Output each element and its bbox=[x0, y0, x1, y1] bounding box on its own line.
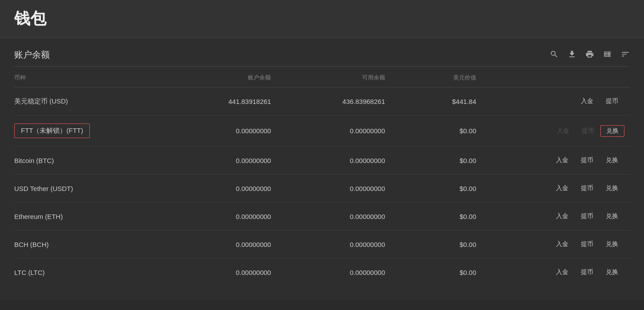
withdraw-button[interactable]: 提币 bbox=[576, 125, 600, 137]
deposit-button[interactable]: 入金 bbox=[575, 95, 600, 107]
actions-cell: 入金提币兑换 bbox=[482, 115, 630, 147]
balance-cell: 0.00000000 bbox=[162, 258, 276, 286]
actions-cell: 入金提币兑换 bbox=[482, 175, 630, 203]
withdraw-button[interactable]: 提币 bbox=[600, 95, 624, 107]
filter-icon[interactable] bbox=[621, 50, 630, 60]
available-cell: 0.00000000 bbox=[276, 203, 390, 231]
available-cell: 0.00000000 bbox=[276, 147, 390, 175]
available-cell: 0.00000000 bbox=[276, 115, 390, 147]
page-header: 钱包 bbox=[0, 0, 644, 38]
deposit-button[interactable]: 入金 bbox=[550, 266, 575, 278]
table-row: FTT（未解锁）(FTT)0.000000000.00000000$0.00入金… bbox=[14, 115, 630, 147]
withdraw-button[interactable]: 提币 bbox=[575, 155, 600, 166]
currency-cell: LTC (LTC) bbox=[14, 258, 162, 286]
deposit-button[interactable]: 入金 bbox=[550, 211, 575, 222]
header-usd-value: 美元价值 bbox=[390, 67, 482, 87]
section-title: 账户余额 bbox=[14, 49, 50, 61]
available-cell: 0.00000000 bbox=[276, 175, 390, 203]
exchange-button[interactable]: 兑换 bbox=[600, 183, 624, 194]
actions-cell: 入金提币 bbox=[482, 87, 630, 115]
usd-value-cell: $0.00 bbox=[390, 258, 482, 286]
usd-value-cell: $0.00 bbox=[390, 231, 482, 258]
usd-value-cell: $441.84 bbox=[390, 87, 482, 115]
balance-cell: 0.00000000 bbox=[162, 203, 276, 231]
exchange-button[interactable]: 兑换 bbox=[600, 211, 624, 222]
header-available: 可用余额 bbox=[276, 67, 390, 87]
table-row: Ethereum (ETH)0.000000000.00000000$0.00入… bbox=[14, 203, 630, 231]
deposit-button[interactable]: 入金 bbox=[550, 155, 575, 166]
withdraw-button[interactable]: 提币 bbox=[575, 266, 600, 278]
deposit-button[interactable]: 入金 bbox=[551, 125, 576, 137]
columns-icon[interactable] bbox=[603, 50, 612, 60]
actions-cell: 入金提币兑换 bbox=[482, 203, 630, 231]
usd-value-cell: $0.00 bbox=[390, 147, 482, 175]
page-title: 钱包 bbox=[14, 8, 630, 30]
balance-cell: 0.00000000 bbox=[162, 231, 276, 258]
header-actions bbox=[482, 67, 630, 87]
deposit-button[interactable]: 入金 bbox=[550, 183, 575, 194]
table-row: 美元稳定币 (USD)441.83918261436.83968261$441.… bbox=[14, 87, 630, 115]
print-icon[interactable] bbox=[585, 50, 594, 60]
table-header-row: 币种 账户余额 可用余额 美元价值 bbox=[14, 67, 630, 87]
balance-cell: 0.00000000 bbox=[162, 147, 276, 175]
header-currency: 币种 bbox=[14, 67, 162, 87]
exchange-button[interactable]: 兑换 bbox=[600, 266, 624, 278]
deposit-button[interactable]: 入金 bbox=[550, 238, 575, 250]
download-icon[interactable] bbox=[568, 50, 576, 60]
exchange-button[interactable]: 兑换 bbox=[600, 238, 624, 250]
withdraw-button[interactable]: 提币 bbox=[575, 238, 600, 250]
header-balance: 账户余额 bbox=[162, 67, 276, 87]
ftt-currency-label: FTT（未解锁）(FTT) bbox=[14, 123, 90, 138]
table-row: BCH (BCH)0.000000000.00000000$0.00入金提币兑换 bbox=[14, 231, 630, 258]
available-cell: 436.83968261 bbox=[276, 87, 390, 115]
available-cell: 0.00000000 bbox=[276, 258, 390, 286]
usd-value-cell: $0.00 bbox=[390, 175, 482, 203]
actions-cell: 入金提币兑换 bbox=[482, 231, 630, 258]
exchange-button[interactable]: 兑换 bbox=[600, 125, 624, 137]
balance-cell: 0.00000000 bbox=[162, 175, 276, 203]
actions-cell: 入金提币兑换 bbox=[482, 147, 630, 175]
balance-cell: 441.83918261 bbox=[162, 87, 276, 115]
toolbar bbox=[550, 50, 630, 60]
exchange-button[interactable]: 兑换 bbox=[600, 155, 624, 166]
withdraw-button[interactable]: 提币 bbox=[575, 183, 600, 194]
usd-value-cell: $0.00 bbox=[390, 115, 482, 147]
currency-cell: Bitcoin (BTC) bbox=[14, 147, 162, 175]
search-icon[interactable] bbox=[550, 50, 559, 60]
usd-value-cell: $0.00 bbox=[390, 203, 482, 231]
table-row: USD Tether (USDT)0.000000000.00000000$0.… bbox=[14, 175, 630, 203]
table-row: Bitcoin (BTC)0.000000000.00000000$0.00入金… bbox=[14, 147, 630, 175]
section-header: 账户余额 bbox=[14, 38, 630, 67]
available-cell: 0.00000000 bbox=[276, 231, 390, 258]
main-content: 账户余额 bbox=[0, 38, 644, 300]
currency-cell: Ethereum (ETH) bbox=[14, 203, 162, 231]
balance-cell: 0.00000000 bbox=[162, 115, 276, 147]
currency-cell: 美元稳定币 (USD) bbox=[14, 87, 162, 115]
currency-cell: FTT（未解锁）(FTT) bbox=[14, 115, 162, 147]
actions-cell: 入金提币兑换 bbox=[482, 258, 630, 286]
balances-table: 币种 账户余额 可用余额 美元价值 美元稳定币 (USD)441.8391826… bbox=[14, 67, 630, 286]
currency-cell: USD Tether (USDT) bbox=[14, 175, 162, 203]
currency-cell: BCH (BCH) bbox=[14, 231, 162, 258]
withdraw-button[interactable]: 提币 bbox=[575, 211, 600, 222]
table-row: LTC (LTC)0.000000000.00000000$0.00入金提币兑换 bbox=[14, 258, 630, 286]
